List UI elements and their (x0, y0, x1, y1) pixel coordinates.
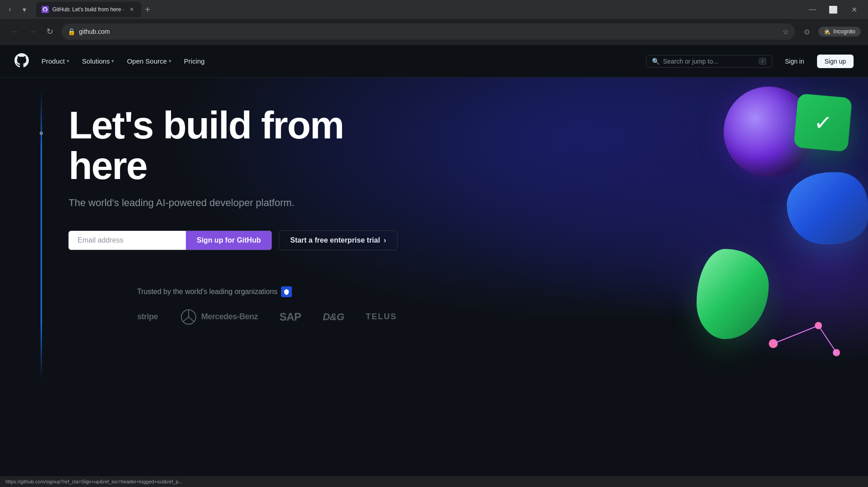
lock-icon: 🔒 (68, 28, 75, 35)
email-input[interactable] (69, 231, 186, 250)
svg-marker-5 (834, 350, 839, 355)
company-logo-stripe: stripe (137, 312, 158, 322)
search-bar[interactable]: 🔍 Search or jump to... / (646, 55, 772, 68)
telus-logo-text: TELUS (366, 312, 397, 322)
hero-content: Let's build from here The world's leadin… (69, 105, 429, 250)
tab-list-button[interactable]: ▾ (18, 3, 31, 16)
address-bar: ← → ↻ 🔒 github.com ☆ ⊙ 🕵 Incognito (0, 19, 868, 44)
forward-button[interactable]: → (24, 23, 41, 40)
decorative-blue-blob (787, 172, 868, 244)
signup-button[interactable]: Sign up for GitHub (186, 231, 272, 250)
enterprise-arrow-icon: › (383, 236, 386, 244)
nav-pricing-label: Pricing (184, 57, 205, 65)
status-bar: https://github.com/signup?ref_cta=Sign+u… (0, 476, 868, 487)
refresh-button[interactable]: ↻ (42, 23, 58, 40)
solutions-chevron-icon: ▾ (111, 58, 114, 64)
tab-favicon (42, 6, 49, 13)
new-tab-button[interactable]: + (141, 3, 154, 16)
svg-line-3 (773, 326, 818, 344)
tab-bar-wrapper: GitHub: Let's build from here · ✕ + (36, 2, 800, 17)
back-button[interactable]: ← (7, 23, 23, 40)
mercedes-icon (180, 308, 198, 326)
maximize-button[interactable]: ⬜ (823, 2, 844, 17)
main-navigation: Product ▾ Solutions ▾ Open Source ▾ Pric… (36, 54, 646, 69)
tab-bar: ‹ ▾ GitHub: Let's build from here · ✕ + … (0, 0, 868, 19)
active-tab[interactable]: GitHub: Let's build from here · ✕ (36, 2, 141, 17)
incognito-icon: 🕵 (824, 28, 831, 35)
svg-point-2 (833, 349, 840, 356)
github-logo-icon (14, 53, 29, 68)
decorative-checkmark: ✓ (794, 93, 852, 152)
trusted-label-text: Trusted by the world's leading organizat… (137, 288, 277, 296)
trusted-icon (281, 286, 292, 297)
enterprise-trial-label: Start a free enterprise trial (290, 236, 380, 244)
company-logos: stripe Mercedes-Benz SAP (137, 308, 868, 326)
minimize-button[interactable]: — (802, 2, 823, 17)
search-placeholder: Search or jump to... (663, 58, 755, 65)
github-logo[interactable] (14, 53, 29, 69)
scroll-position-dot (40, 132, 43, 135)
nav-open-source-label: Open Source (127, 57, 166, 65)
close-window-button[interactable]: ✕ (844, 2, 864, 17)
url-text: github.com (79, 28, 779, 35)
hero-subtitle: The world's leading AI-powered developer… (69, 197, 429, 209)
company-logo-mercedes: Mercedes-Benz (180, 308, 258, 326)
github-page: Product ▾ Solutions ▾ Open Source ▾ Pric… (0, 45, 868, 487)
browser-chrome: ‹ ▾ GitHub: Let's build from here · ✕ + … (0, 0, 868, 45)
nav-right: 🔍 Search or jump to... / Sign in Sign up (646, 55, 854, 68)
hero-section: ✓ Let's build from here (0, 78, 868, 393)
hero-3d-objects: ✓ (588, 78, 868, 393)
profile-switcher-button[interactable]: ⊙ (799, 23, 815, 40)
url-bar[interactable]: 🔒 github.com ☆ (61, 23, 795, 40)
email-signup-form: Sign up for GitHub (69, 231, 272, 250)
nav-product-label: Product (42, 57, 65, 65)
svg-point-0 (769, 339, 778, 348)
tab-title: GitHub: Let's build from here · (52, 6, 124, 13)
incognito-label: Incognito (833, 28, 855, 35)
search-icon: 🔍 (652, 58, 660, 65)
status-url: https://github.com/signup?ref_cta=Sign+u… (5, 479, 183, 484)
sap-logo-text: SAP (280, 311, 301, 323)
company-logo-dog: D&G (323, 311, 344, 323)
hero-title: Let's build from here (69, 105, 429, 186)
close-tab-button[interactable]: ✕ (128, 5, 136, 14)
nav-buttons: ← → ↻ (7, 23, 58, 40)
nav-pricing[interactable]: Pricing (179, 54, 210, 69)
company-logo-telus: TELUS (366, 312, 397, 322)
tab-navigation: ‹ ▾ (4, 3, 31, 16)
address-bar-row: 🔒 github.com ☆ ⊙ 🕵 Incognito (61, 23, 861, 40)
sign-up-button[interactable]: Sign up (817, 55, 854, 68)
mercedes-logo-text: Mercedes-Benz (201, 312, 258, 322)
search-shortcut-badge: / (759, 58, 766, 65)
nav-open-source[interactable]: Open Source ▾ (121, 54, 176, 69)
product-chevron-icon: ▾ (67, 58, 69, 64)
company-logo-sap: SAP (280, 311, 301, 323)
nav-solutions-label: Solutions (82, 57, 110, 65)
hero-cta: Sign up for GitHub Start a free enterpri… (69, 230, 429, 250)
decorative-sphere (724, 87, 814, 177)
previous-tab-button[interactable]: ‹ (4, 3, 16, 16)
stripe-logo-text: stripe (137, 312, 158, 322)
sign-in-button[interactable]: Sign in (778, 55, 812, 68)
trusted-label: Trusted by the world's leading organizat… (137, 286, 868, 297)
github-header: Product ▾ Solutions ▾ Open Source ▾ Pric… (0, 45, 868, 78)
bookmark-icon[interactable]: ☆ (782, 28, 789, 36)
svg-line-4 (818, 326, 836, 353)
trusted-section: Trusted by the world's leading organizat… (69, 286, 868, 326)
open-source-chevron-icon: ▾ (169, 58, 171, 64)
nav-solutions[interactable]: Solutions ▾ (77, 54, 120, 69)
incognito-badge: 🕵 Incognito (818, 27, 861, 37)
enterprise-trial-button[interactable]: Start a free enterprise trial › (279, 230, 397, 250)
dog-logo-text: D&G (323, 311, 344, 323)
nav-product[interactable]: Product ▾ (36, 54, 75, 69)
